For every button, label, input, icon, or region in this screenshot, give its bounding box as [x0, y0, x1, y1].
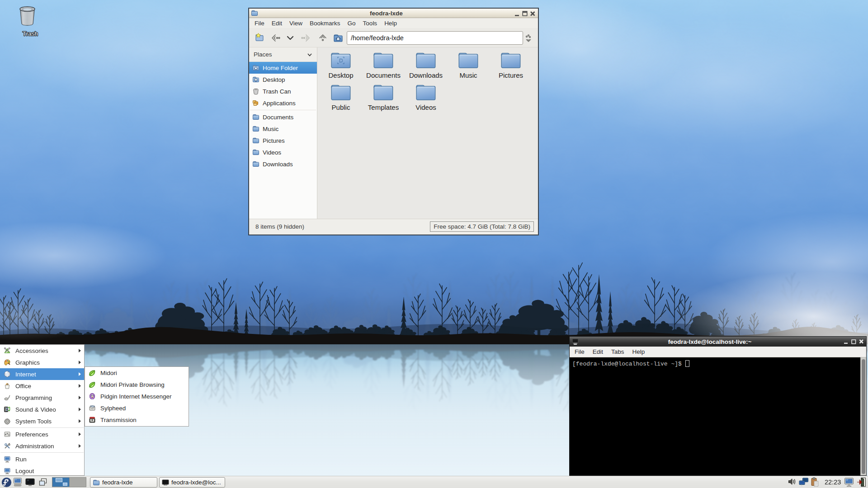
svg-text:Trash: Trash	[23, 30, 38, 37]
